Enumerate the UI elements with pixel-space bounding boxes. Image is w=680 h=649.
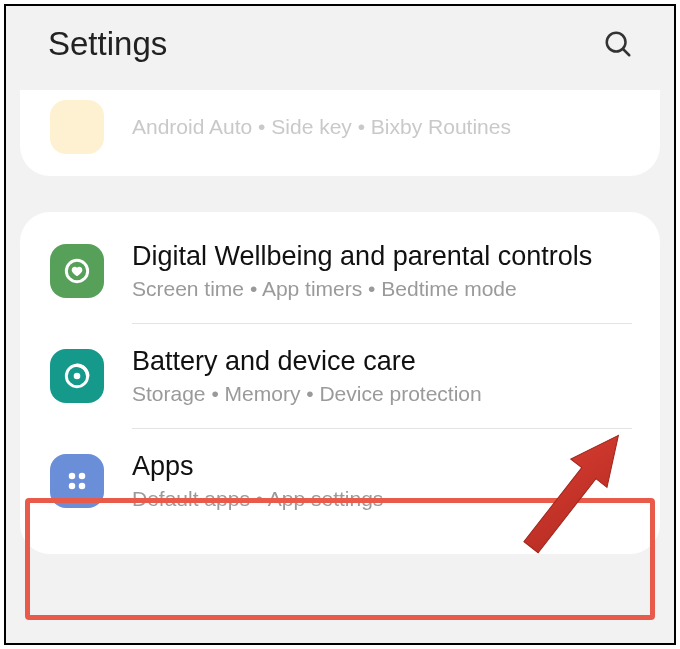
- settings-row-apps[interactable]: Apps Default apps • App settings: [20, 428, 660, 533]
- settings-row-battery-device-care[interactable]: Battery and device care Storage • Memory…: [20, 323, 660, 428]
- svg-point-5: [69, 473, 76, 480]
- settings-row-subtitle: Android Auto • Side key • Bixby Routines: [132, 114, 640, 141]
- svg-point-7: [69, 483, 76, 490]
- search-icon: [603, 29, 633, 59]
- page-title: Settings: [48, 25, 167, 63]
- battery-care-icon: [50, 349, 104, 403]
- settings-row-subtitle: Storage • Memory • Device protection: [132, 381, 640, 408]
- apps-icon: [50, 454, 104, 508]
- settings-header: Settings: [6, 6, 674, 82]
- svg-point-4: [74, 373, 81, 380]
- settings-group-partial: Android Auto • Side key • Bixby Routines: [20, 90, 660, 176]
- settings-row-title: Battery and device care: [132, 345, 640, 378]
- svg-point-6: [79, 473, 86, 480]
- settings-row-subtitle: Screen time • App timers • Bedtime mode: [132, 276, 640, 303]
- search-button[interactable]: [598, 24, 638, 64]
- settings-row-title: Apps: [132, 450, 640, 483]
- wellbeing-icon: [50, 244, 104, 298]
- advanced-icon: [50, 100, 104, 154]
- svg-point-8: [79, 483, 86, 490]
- settings-row-advanced[interactable]: Android Auto • Side key • Bixby Routines: [20, 96, 660, 154]
- svg-line-1: [623, 49, 629, 55]
- settings-row-subtitle: Default apps • App settings: [132, 486, 640, 513]
- settings-row-digital-wellbeing[interactable]: Digital Wellbeing and parental controls …: [20, 218, 660, 323]
- settings-row-title: Digital Wellbeing and parental controls: [132, 240, 640, 273]
- settings-group-main: Digital Wellbeing and parental controls …: [20, 212, 660, 554]
